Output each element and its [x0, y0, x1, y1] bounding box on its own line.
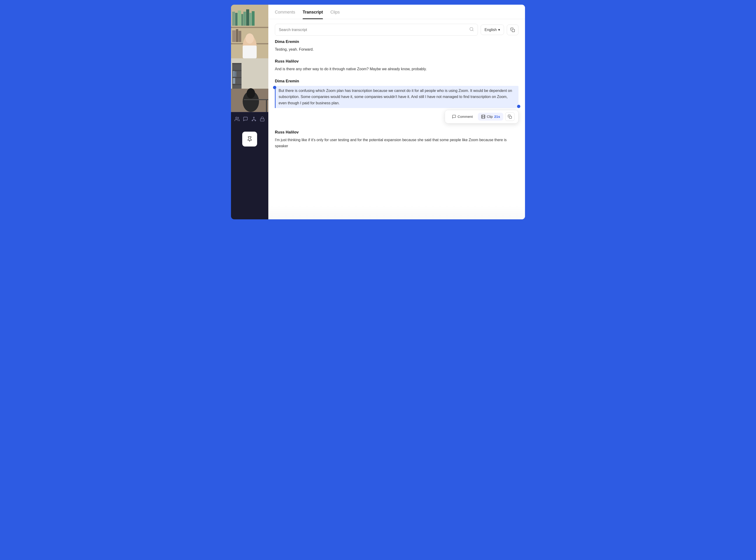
selection-handle-top[interactable] — [273, 86, 276, 89]
svg-rect-2 — [235, 13, 238, 26]
users-icon[interactable] — [234, 116, 241, 124]
svg-point-29 — [247, 88, 255, 98]
tab-comments[interactable]: Comments — [275, 5, 295, 19]
svg-rect-21 — [232, 63, 241, 64]
selection-handle-bottom[interactable] — [517, 105, 520, 108]
svg-rect-24 — [232, 84, 241, 85]
copy-selection-button[interactable] — [505, 113, 515, 121]
svg-point-32 — [236, 117, 237, 119]
main-panel: Comments Transcript Clips Englis — [268, 5, 525, 219]
svg-rect-1 — [232, 12, 235, 26]
chat-icon[interactable] — [242, 116, 249, 124]
clip-label: Clip — [487, 115, 493, 119]
svg-rect-39 — [260, 119, 264, 121]
video-thumb-bottom — [231, 58, 268, 112]
speech-text-4: I'm just thinking like if it's only for … — [275, 137, 518, 149]
tree-icon[interactable] — [251, 116, 257, 124]
svg-rect-12 — [231, 27, 268, 28]
speaker-name-3: Dima Eremin — [275, 79, 518, 83]
svg-rect-8 — [252, 11, 255, 26]
transcript-entry-1: Dima Eremin Testing, yeah. Forward. — [275, 39, 518, 53]
transcript-entry-3: Dima Eremin But there is confusing which… — [275, 79, 518, 123]
svg-rect-3 — [238, 11, 241, 26]
svg-rect-10 — [236, 29, 238, 42]
tab-transcript[interactable]: Transcript — [303, 5, 323, 19]
transcript-entry-2: Russ Halilov And is there any other way … — [275, 59, 518, 72]
language-label: English — [485, 28, 497, 32]
selection-bar — [275, 86, 276, 108]
speaker-name-1: Dima Eremin — [275, 39, 518, 44]
search-input-wrap[interactable] — [275, 24, 478, 36]
sidebar-controls — [231, 112, 268, 127]
copy-transcript-button[interactable] — [507, 24, 518, 35]
sidebar — [231, 5, 268, 219]
svg-rect-27 — [233, 78, 235, 84]
language-dropdown[interactable]: English ▾ — [481, 24, 504, 35]
video-thumb-top — [231, 5, 268, 58]
svg-rect-30 — [244, 99, 268, 100]
svg-line-42 — [472, 30, 473, 31]
svg-rect-26 — [235, 72, 236, 77]
clip-button[interactable]: Clip 21s — [478, 113, 503, 121]
svg-line-37 — [253, 119, 254, 120]
speech-text-1: Testing, yeah. Forward. — [275, 46, 518, 53]
speaker-name-2: Russ Halilov — [275, 59, 518, 64]
svg-rect-9 — [232, 30, 236, 42]
sidebar-pin-area — [231, 128, 268, 150]
search-bar-row: English ▾ — [275, 19, 518, 39]
tabs-bar: Comments Transcript Clips — [268, 5, 525, 19]
svg-rect-31 — [266, 100, 267, 112]
app-container: Comments Transcript Clips Englis — [231, 5, 525, 219]
svg-rect-11 — [238, 31, 241, 42]
speech-text-2: And is there any other way to do it thro… — [275, 66, 518, 72]
search-icon — [469, 27, 474, 33]
svg-rect-5 — [243, 12, 246, 26]
tab-clips[interactable]: Clips — [331, 5, 340, 19]
svg-rect-25 — [233, 71, 235, 77]
svg-rect-6 — [246, 9, 249, 26]
speaker-name-4: Russ Halilov — [275, 130, 518, 135]
transcript-content[interactable]: English ▾ Dima Eremin Testing, yeah. For… — [268, 19, 525, 219]
action-toolbar: Comment Clip — [445, 110, 518, 123]
pin-button[interactable] — [242, 132, 257, 146]
svg-rect-16 — [243, 45, 257, 58]
speech-text-3-highlighted: But there is confusing which Zoom plan h… — [275, 86, 518, 108]
svg-point-15 — [245, 33, 254, 44]
svg-rect-43 — [512, 29, 515, 32]
comment-label: Comment — [458, 115, 473, 119]
transcript-entry-4: Russ Halilov I'm just thinking like if i… — [275, 130, 518, 149]
svg-line-38 — [254, 119, 255, 120]
comment-button[interactable]: Comment — [449, 113, 476, 121]
chevron-down-icon: ▾ — [498, 27, 500, 32]
lock-icon[interactable] — [259, 116, 266, 124]
svg-rect-7 — [250, 13, 252, 26]
svg-rect-52 — [509, 116, 512, 119]
highlighted-text: But there is confusing which Zoom plan h… — [279, 89, 512, 105]
svg-rect-4 — [241, 14, 243, 26]
clip-time: 21s — [494, 115, 500, 119]
search-input[interactable] — [279, 28, 467, 32]
